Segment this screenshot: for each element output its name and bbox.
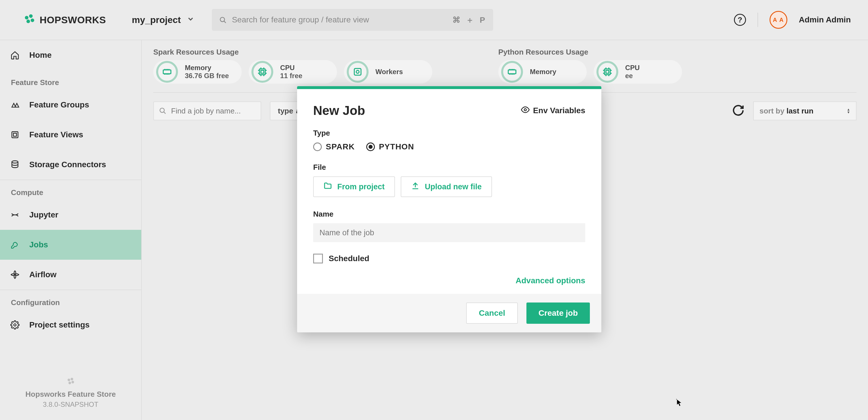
advanced-options-link[interactable]: Advanced options <box>313 276 585 285</box>
type-label: Type <box>313 129 585 138</box>
spark-memory-card: Memory 36.76 GB free <box>153 60 242 84</box>
workers-icon <box>347 61 369 83</box>
svg-rect-15 <box>261 71 264 73</box>
spark-cpu-value: 11 free <box>280 72 302 80</box>
type-radio-python[interactable]: PYTHON <box>366 142 414 151</box>
svg-point-12 <box>71 381 74 384</box>
spark-resources: Spark Resources Usage Memory 36.76 GB fr… <box>153 48 432 84</box>
svg-point-21 <box>160 108 164 112</box>
python-memory-card: Memory <box>498 60 587 84</box>
new-job-modal: New Job Env Variables Type SPARK PYTHON … <box>297 86 601 332</box>
scheduled-checkbox[interactable] <box>313 254 323 263</box>
python-cpu-label: CPU <box>625 64 640 72</box>
spark-workers-label: Workers <box>375 68 403 76</box>
svg-point-0 <box>25 16 28 19</box>
sidebar-item-jobs[interactable]: Jobs <box>0 230 141 260</box>
radio-icon <box>366 142 375 151</box>
sort-arrows-icon: ▲▼ <box>847 108 850 114</box>
footer-product-name: Hopsworks Feature Store <box>6 390 135 399</box>
spark-memory-value: 36.76 GB free <box>185 72 229 80</box>
env-variables-toggle[interactable]: Env Variables <box>521 106 585 116</box>
folder-icon <box>323 181 332 192</box>
hopsworks-logo-icon <box>23 13 36 27</box>
modal-accent-bar <box>297 86 601 89</box>
spark-workers-card: Workers <box>344 60 432 84</box>
wrench-icon <box>9 240 21 249</box>
user-name[interactable]: Admin Admin <box>799 15 851 24</box>
home-icon <box>9 51 21 60</box>
svg-point-2 <box>26 20 30 23</box>
sidebar-item-home[interactable]: Home <box>0 40 141 70</box>
user-avatar[interactable]: A A <box>770 11 787 29</box>
sidebar-item-label: Feature Groups <box>29 100 89 109</box>
sidebar-item-label: Storage Connectors <box>29 160 106 169</box>
spark-resources-title: Spark Resources Usage <box>153 48 432 57</box>
help-icon[interactable]: ? <box>734 14 746 26</box>
python-memory-label: Memory <box>530 68 556 76</box>
sidebar-section-compute: Compute <box>0 180 141 200</box>
cursor-icon <box>676 399 677 400</box>
gear-icon <box>9 320 21 330</box>
refresh-button[interactable] <box>732 104 745 118</box>
search-icon <box>219 17 227 25</box>
type-radio-spark[interactable]: SPARK <box>313 142 355 151</box>
svg-point-10 <box>71 378 73 380</box>
sidebar-item-jupyter[interactable]: Jupyter <box>0 200 141 230</box>
cpu-icon <box>251 61 273 83</box>
topbar: HOPSWORKS my_project ⌘ ＋ P ? A A Admin A… <box>0 0 868 40</box>
upload-file-button[interactable]: Upload new file <box>401 176 492 197</box>
spark-cpu-card: CPU 11 free <box>249 60 337 84</box>
svg-point-8 <box>14 324 16 326</box>
sidebar-item-label: Jupyter <box>29 210 58 220</box>
project-switcher[interactable]: my_project <box>132 15 195 25</box>
sidebar-section-configuration: Configuration <box>0 290 141 310</box>
cpu-icon <box>596 61 618 83</box>
radio-label: PYTHON <box>379 142 414 151</box>
scheduled-label: Scheduled <box>329 254 369 263</box>
chevron-down-icon <box>187 15 195 25</box>
memory-icon <box>501 61 523 83</box>
sidebar-item-airflow[interactable]: Airflow <box>0 260 141 289</box>
brand[interactable]: HOPSWORKS <box>23 13 106 27</box>
database-icon <box>9 160 21 169</box>
sidebar-item-storage-connectors[interactable]: Storage Connectors <box>0 150 141 179</box>
sidebar-section-feature-store: Feature Store <box>0 70 141 90</box>
brand-name: HOPSWORKS <box>40 15 106 26</box>
refresh-icon <box>732 113 745 117</box>
sidebar-item-label: Project settings <box>29 320 90 330</box>
triangles-icon <box>9 100 21 109</box>
button-label: From project <box>337 183 384 191</box>
svg-point-7 <box>12 161 18 163</box>
sidebar-item-label: Home <box>29 51 52 60</box>
python-resources: Python Resources Usage Memory <box>498 48 682 84</box>
search-icon <box>159 107 166 116</box>
create-job-button[interactable]: Create job <box>526 303 590 324</box>
sidebar-item-project-settings[interactable]: Project settings <box>0 310 141 340</box>
sidebar-item-label: Jobs <box>29 240 48 249</box>
sort-value: last run <box>786 107 813 115</box>
sidebar-item-label: Feature Views <box>29 130 83 139</box>
svg-point-22 <box>524 109 526 111</box>
from-project-button[interactable]: From project <box>313 176 395 197</box>
cancel-button[interactable]: Cancel <box>466 303 518 324</box>
upload-icon <box>411 181 420 192</box>
svg-point-9 <box>68 379 70 381</box>
svg-rect-18 <box>508 70 516 74</box>
eye-icon <box>521 106 530 116</box>
python-resources-title: Python Resources Usage <box>498 48 682 57</box>
svg-rect-13 <box>163 70 171 74</box>
search-shortcut: ⌘ ＋ P <box>453 15 487 26</box>
spark-cpu-label: CPU <box>280 64 302 72</box>
jupyter-icon <box>9 210 21 220</box>
sidebar-item-feature-views[interactable]: Feature Views <box>0 120 141 150</box>
name-label: Name <box>313 210 585 219</box>
svg-rect-14 <box>259 69 265 75</box>
sidebar-item-label: Airflow <box>29 270 57 279</box>
svg-point-4 <box>220 17 224 22</box>
find-job-input[interactable] <box>153 102 261 120</box>
global-search-input[interactable] <box>212 9 493 31</box>
find-job <box>153 102 261 120</box>
job-name-input[interactable] <box>313 223 585 242</box>
sidebar-item-feature-groups[interactable]: Feature Groups <box>0 90 141 120</box>
sort-select[interactable]: sort by last run ▲▼ <box>753 102 857 120</box>
